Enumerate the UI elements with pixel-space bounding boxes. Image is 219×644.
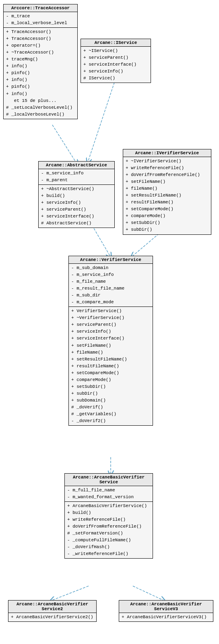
trace-accessor-fields: - m_trace - m_local_verbose_level: [4, 12, 77, 28]
ta-field-2: - m_local_verbose_level: [6, 20, 75, 27]
arcane-basic-methods: + ArcaneBasicVerifierService() + build()…: [65, 502, 153, 558]
abstract-service-title: Arcane::AbstractService: [39, 162, 114, 169]
verifier-service-methods: + VerifierService() + ~VerifierService()…: [69, 307, 153, 425]
arcane-basic-verifier-service2-title: Arcane::ArcaneBasicVerifier Service2: [8, 601, 96, 613]
abstract-service-box: Arcane::AbstractService - m_service_info…: [38, 161, 115, 228]
diagram-container: Arccore::TraceAccessor - m_trace - m_loc…: [0, 0, 219, 644]
verifier-service-fields: - m_sub_domain - m_service_info - m_file…: [69, 264, 153, 307]
trace-accessor-methods: + TraceAccessor() + TraceAccessor() + op…: [4, 28, 77, 119]
verifier-service-box: Arcane::VerifierService - m_sub_domain -…: [68, 256, 153, 426]
iservice-box: Arcane::IService + ~IService() + service…: [81, 39, 151, 83]
arcane-basic-verifier-servicev3-box: Arcane::ArcaneBasicVerifier ServiceV3 + …: [119, 600, 213, 622]
arcane-basic-verifier-service-box: Arcane::ArcaneBasicVerifier Service - m_…: [64, 473, 153, 559]
arcane-basic-verifier-servicev3-title: Arcane::ArcaneBasicVerifier ServiceV3: [119, 601, 213, 613]
abstract-service-fields: - m_service_info - m_parent: [39, 169, 114, 185]
svg-line-6: [133, 586, 163, 600]
arcane-basic-servicev3-methods: + ArcaneBasicVerifierServiceV3(): [119, 613, 213, 621]
arcane-basic-service2-methods: + ArcaneBasicVerifierService2(): [8, 613, 96, 621]
iverifier-service-box: Arcane::IVerifierService + ~IVerifierSer…: [123, 149, 211, 235]
trace-accessor-title: Arccore::TraceAccessor: [4, 4, 77, 12]
svg-line-2: [133, 234, 159, 256]
iverifier-service-methods: + ~IVerifierService() + writeReferenceFi…: [123, 157, 211, 234]
arcane-basic-fields: - m_full_file_name - m_wanted_format_ver…: [65, 486, 153, 502]
abstract-service-methods: + ~AbstractService() + build() + service…: [39, 185, 114, 228]
trace-accessor-box: Arccore::TraceAccessor - m_trace - m_loc…: [3, 4, 78, 119]
iservice-title: Arcane::IService: [81, 39, 151, 47]
svg-line-5: [52, 586, 89, 600]
arcane-basic-verifier-service2-box: Arcane::ArcaneBasicVerifier Service2 + A…: [8, 600, 97, 622]
ta-field-1: - m_trace: [6, 13, 75, 20]
arcane-basic-verifier-service-title: Arcane::ArcaneBasicVerifier Service: [65, 474, 153, 486]
iverifier-service-title: Arcane::IVerifierService: [123, 149, 211, 157]
svg-line-0: [52, 125, 76, 163]
iservice-methods: + ~IService() + serviceParent() + servic…: [81, 47, 151, 83]
svg-line-1: [88, 79, 116, 161]
verifier-service-title: Arcane::VerifierService: [69, 256, 153, 264]
